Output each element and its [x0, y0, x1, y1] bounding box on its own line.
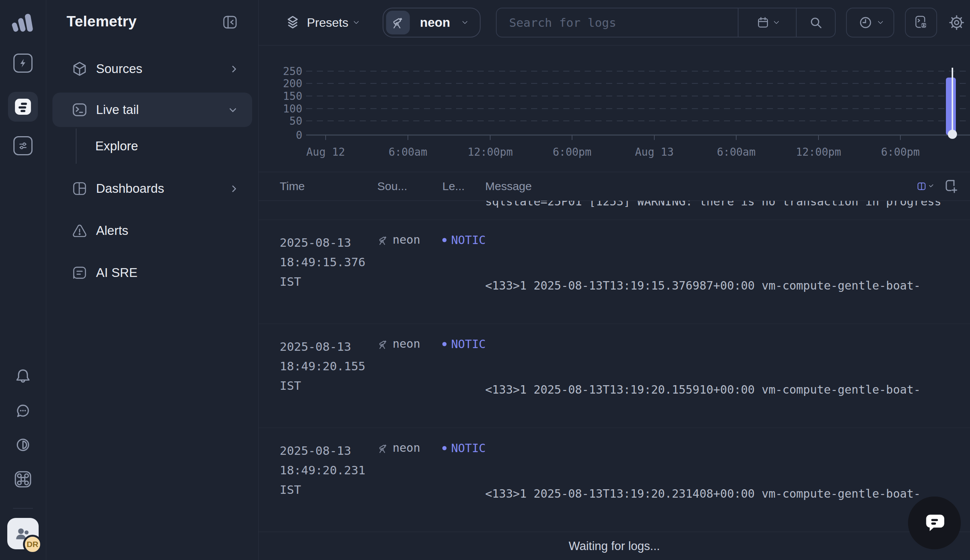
- x-tick-label: 6:00am: [388, 146, 427, 158]
- chevron-right-icon: [229, 65, 236, 72]
- source-icon-box: [386, 11, 410, 35]
- chart-canvas: 250 200 150 100 50 0 A: [259, 45, 970, 172]
- terminal-icon: [72, 102, 88, 118]
- source-selector[interactable]: neon: [383, 8, 481, 37]
- rail-item-shortcuts[interactable]: [13, 470, 33, 489]
- y-tick-label: 250: [283, 65, 302, 78]
- add-column-icon: [942, 178, 959, 195]
- sidebar-item-dashboards[interactable]: Dashboards: [52, 172, 252, 206]
- presets-dropdown[interactable]: Presets: [285, 15, 358, 31]
- x-tick-label: 12:00pm: [796, 146, 841, 158]
- time-range-button[interactable]: [846, 8, 894, 37]
- rail-item-theme-toggle[interactable]: [14, 436, 32, 454]
- chevron-down-icon: [929, 183, 933, 187]
- logo-icon: [11, 12, 35, 34]
- y-tick-label: 200: [283, 77, 302, 90]
- chat-bubble-icon: [921, 509, 948, 537]
- column-header-message[interactable]: Message: [485, 180, 970, 193]
- log-table-header: Time Sou... Le... Message: [259, 172, 970, 201]
- log-message: <133>1 2025-08-13T13:19:20.231408+00:00 …: [485, 437, 970, 532]
- chevron-down-icon: [462, 19, 468, 24]
- status-bar: Waiting for logs...: [259, 532, 970, 560]
- sidebar-item-explore[interactable]: Explore: [95, 129, 138, 163]
- log-message: <133>1 2025-08-13T13:19:15.376987+00:00 …: [485, 228, 970, 323]
- sidebar-item-sources[interactable]: Sources: [52, 52, 252, 86]
- search-input[interactable]: [497, 8, 738, 37]
- log-time: 2025-08-13 18:49:20.155 IST: [280, 337, 377, 428]
- sidebar-item-label: Sources: [96, 62, 142, 76]
- log-row[interactable]: 2025-08-13 18:49:20.231 IST neon NOTIC <…: [259, 428, 970, 532]
- search-bar: [496, 8, 836, 37]
- telescope-icon: [377, 235, 389, 246]
- panel-collapse-icon: [222, 14, 238, 31]
- log-row[interactable]: 2025-08-13 18:49:20.155 IST neon NOTIC <…: [259, 324, 970, 428]
- gear-icon: [948, 14, 965, 32]
- logs-icon: [14, 98, 32, 115]
- column-header-time[interactable]: Time: [280, 180, 377, 193]
- sidebar-item-label: AI SRE: [96, 265, 137, 280]
- rail-item-feedback[interactable]: [14, 402, 32, 419]
- log-message: <133>1 2025-08-13T13:19:20.155910+00:00 …: [485, 332, 970, 428]
- support-chat-button[interactable]: [908, 497, 961, 549]
- log-source: neon: [377, 440, 442, 532]
- chevron-down-icon: [878, 19, 883, 24]
- collapse-sidebar-button[interactable]: [222, 14, 238, 31]
- rail-item-automations[interactable]: [13, 53, 33, 73]
- x-axis-ticks: [326, 135, 900, 140]
- cube-icon: [72, 61, 88, 77]
- top-toolbar: Presets neon: [259, 0, 970, 45]
- chevron-down-icon: [353, 19, 359, 24]
- sidebar-item-ai-sre[interactable]: AI SRE: [52, 255, 252, 290]
- sidebar-item-live-tail[interactable]: Live tail: [52, 93, 252, 127]
- rail-item-logs-active[interactable]: [8, 92, 38, 122]
- chart-bar[interactable]: [946, 78, 956, 135]
- column-header-source[interactable]: Sou...: [377, 180, 442, 193]
- log-row-clipped[interactable]: sqlstate=25P01 [1253] WARNING: there is …: [259, 201, 970, 220]
- log-level: NOTIC: [442, 335, 485, 352]
- contrast-icon: [14, 436, 32, 454]
- tree-indent-line: [76, 128, 77, 164]
- x-tick-label: Aug 13: [635, 146, 673, 158]
- columns-icon: [917, 178, 927, 194]
- page-title: Telemetry: [67, 13, 137, 30]
- x-tick-label: 6:00pm: [553, 146, 591, 158]
- column-layout-button[interactable]: [917, 178, 933, 194]
- chat-dots-icon: [14, 402, 32, 419]
- chart-cursor-handle[interactable]: [948, 130, 957, 139]
- sidebar-item-alerts[interactable]: Alerts: [52, 213, 252, 248]
- level-dot: [442, 446, 447, 450]
- alert-triangle-icon: [72, 223, 88, 239]
- user-initials-badge[interactable]: DR: [23, 535, 42, 554]
- x-tick-label: 6:00pm: [881, 146, 920, 158]
- sidebar-item-label: Dashboards: [96, 181, 164, 196]
- x-tick-label: Aug 12: [306, 146, 345, 158]
- date-range-picker[interactable]: [738, 8, 796, 37]
- level-dot: [442, 238, 447, 242]
- telescope-icon: [377, 338, 389, 350]
- rail-divider: [13, 508, 33, 509]
- y-tick-label: 100: [283, 103, 302, 115]
- gridlines: [306, 71, 969, 121]
- log-source: neon: [377, 232, 442, 323]
- log-source: neon: [377, 335, 442, 428]
- column-header-level[interactable]: Le...: [442, 180, 485, 193]
- log-row[interactable]: 2025-08-13 18:49:15.376 IST neon NOTIC <…: [259, 220, 970, 324]
- chevron-down-icon: [774, 19, 779, 24]
- run-search-button[interactable]: [796, 8, 835, 37]
- y-tick-label: 50: [289, 115, 302, 127]
- log-level: NOTIC: [442, 232, 485, 248]
- rail-item-settings-panel[interactable]: [13, 136, 33, 155]
- settings-button[interactable]: [948, 14, 965, 32]
- chevron-down-icon: [229, 105, 236, 112]
- log-volume-chart[interactable]: 250 200 150 100 50 0 A: [259, 45, 970, 172]
- add-column-button[interactable]: [942, 178, 959, 195]
- api-access-button[interactable]: [905, 8, 937, 37]
- waiting-status: Waiting for logs...: [568, 539, 660, 553]
- y-tick-label: 150: [283, 90, 302, 103]
- x-tick-label: 12:00pm: [468, 146, 513, 158]
- bell-icon: [14, 367, 32, 385]
- brand-logo[interactable]: [11, 12, 35, 34]
- ai-chat-icon: [72, 265, 88, 281]
- rail-item-notifications[interactable]: [14, 367, 32, 385]
- dashboard-grid-icon: [72, 180, 88, 197]
